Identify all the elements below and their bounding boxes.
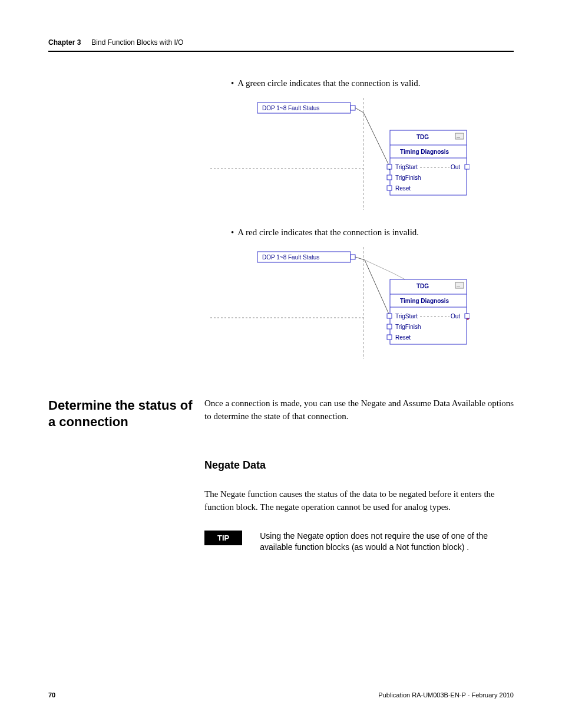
block-title: TDG: [416, 283, 429, 289]
svg-rect-24: [465, 314, 470, 318]
block-subtitle: Timing Diagnosis: [400, 149, 449, 155]
svg-text:...: ...: [457, 283, 460, 288]
port-trigfinish: TrigFinish: [395, 174, 421, 181]
block-subtitle: Timing Diagnosis: [400, 298, 449, 304]
block-title: TDG: [416, 134, 429, 140]
chapter-title: Bind Function Blocks with I/O: [91, 38, 183, 47]
input-tag-label: DOP 1~8 Fault Status: [262, 105, 319, 111]
section-heading: Determine the status of a connection: [48, 397, 204, 430]
svg-rect-9: [387, 175, 392, 180]
port-out: Out: [451, 164, 460, 170]
tip-text: Using the Negate option does not require…: [260, 531, 514, 554]
section-body: Once a connection is made, you can use t…: [204, 397, 514, 423]
port-trigstart: TrigStart: [395, 164, 418, 170]
bullet-invalid: A red circle indicates that the connecti…: [231, 228, 514, 238]
port-reset: Reset: [395, 185, 411, 192]
tip-callout: TIP Using the Negate option does not req…: [204, 531, 514, 554]
svg-rect-22: [387, 324, 392, 329]
input-tag-label: DOP 1~8 Fault Status: [262, 254, 319, 261]
chapter-number: Chapter 3: [48, 38, 81, 47]
bullet-valid: A green circle indicates that the connec…: [231, 78, 514, 88]
svg-rect-10: [387, 186, 392, 190]
diagram-valid-connection: DOP 1~8 Fault Status TDG ... Timing Diag…: [210, 98, 470, 210]
port-trigfinish: TrigFinish: [395, 324, 421, 330]
svg-text:...: ...: [457, 134, 460, 139]
svg-rect-3: [351, 106, 355, 110]
subsection-body: The Negate function causes the status of…: [204, 488, 514, 514]
svg-rect-21: [387, 314, 392, 318]
svg-rect-8: [387, 164, 392, 169]
page-footer: 70 Publication RA-UM003B-EN-P - February…: [48, 691, 514, 699]
diagram-invalid-connection: DOP 1~8 Fault Status TDG ... Timing Diag…: [210, 247, 470, 359]
subsection-heading: Negate Data: [204, 459, 514, 472]
tip-label: TIP: [204, 531, 242, 545]
svg-rect-16: [351, 255, 355, 259]
port-reset: Reset: [395, 334, 411, 341]
svg-rect-11: [465, 164, 470, 169]
port-out: Out: [451, 313, 460, 319]
svg-rect-23: [387, 335, 392, 340]
page-number: 70: [48, 691, 55, 699]
page-header: Chapter 3 Bind Function Blocks with I/O: [48, 38, 514, 52]
publication-info: Publication RA-UM003B-EN-P - February 20…: [378, 691, 514, 699]
port-trigstart: TrigStart: [395, 313, 418, 319]
